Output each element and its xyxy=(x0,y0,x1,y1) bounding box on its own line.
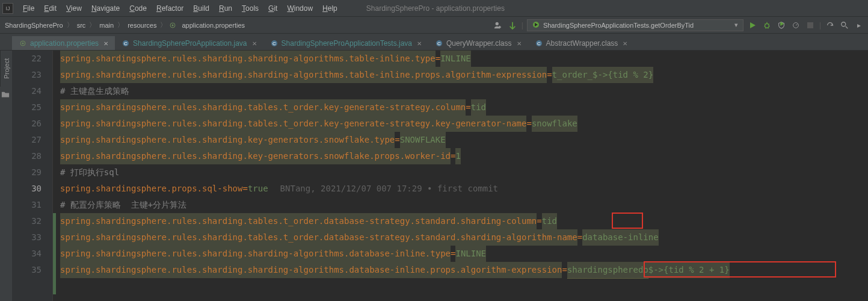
comment: # 打印执行sql xyxy=(60,164,119,181)
tab-3[interactable]: CQueryWrapper.class✕ xyxy=(428,36,528,50)
equals: = xyxy=(562,262,567,278)
menu-run[interactable]: Run xyxy=(214,4,237,13)
more-icon[interactable]: ▸ xyxy=(854,20,864,31)
line-number: 31 xyxy=(12,197,42,213)
git-pull-icon[interactable] xyxy=(507,20,518,31)
menu-git[interactable]: Git xyxy=(263,4,282,13)
window-title: ShardingSpherePro - application.properti… xyxy=(342,4,866,13)
close-icon[interactable]: ✕ xyxy=(252,40,257,47)
svg-point-1 xyxy=(172,24,174,26)
code-line-34[interactable]: spring.shardingsphere.rules.sharding.sha… xyxy=(60,246,868,262)
code-line-28[interactable]: spring.shardingsphere.rules.sharding.key… xyxy=(60,148,868,164)
code-line-27[interactable]: spring.shardingsphere.rules.sharding.key… xyxy=(60,132,868,148)
menu-build[interactable]: Build xyxy=(188,4,214,13)
code-line-35[interactable]: spring.shardingsphere.rules.sharding.sha… xyxy=(60,262,868,278)
menu-refactor[interactable]: Refactor xyxy=(152,4,188,13)
menu-bar: IJ FileEditViewNavigateCodeRefactorBuild… xyxy=(0,0,868,17)
code-line-26[interactable]: spring.shardingsphere.rules.sharding.tab… xyxy=(60,116,868,132)
line-number: 35 xyxy=(12,262,42,278)
vcs-change-marker[interactable] xyxy=(53,213,56,294)
prop-key: spring.shardingsphere.rules.sharding.tab… xyxy=(60,229,577,246)
prop-key: spring.shardingsphere.rules.sharding.sha… xyxy=(60,51,436,67)
crumb-2[interactable]: main xyxy=(98,22,115,29)
svg-text:C: C xyxy=(537,41,541,46)
search-icon[interactable] xyxy=(839,20,850,31)
code-line-29[interactable]: # 打印执行sql xyxy=(60,164,868,181)
menu-navigate[interactable]: Navigate xyxy=(87,4,125,13)
coverage-button[interactable] xyxy=(776,20,787,31)
menu-tools[interactable]: Tools xyxy=(237,4,263,13)
svg-text:C: C xyxy=(272,41,276,46)
crumb-4[interactable]: application.properties xyxy=(180,22,246,29)
prop-value: INLINE xyxy=(440,51,471,67)
tab-2[interactable]: CShardingSphereProApplicationTests.java✕ xyxy=(263,36,428,50)
tab-0[interactable]: application.properties✕ xyxy=(12,36,115,50)
equals: = xyxy=(577,229,582,246)
line-number: 32 xyxy=(12,213,42,229)
run-button[interactable] xyxy=(747,20,758,31)
code-line-23[interactable]: spring.shardingsphere.rules.sharding.sha… xyxy=(60,67,868,83)
crumb-0[interactable]: ShardingSpherePro xyxy=(4,22,64,29)
line-number: 22 xyxy=(12,51,42,67)
prop-value: INLINE xyxy=(455,246,486,262)
tab-1[interactable]: CShardingSphereProApplication.java✕ xyxy=(115,36,263,50)
crumb-3[interactable]: resources xyxy=(126,22,158,29)
prop-value: SNOWFLAKE xyxy=(400,132,446,148)
test-icon xyxy=(532,21,540,29)
svg-rect-4 xyxy=(498,26,500,28)
equals: = xyxy=(466,99,470,116)
comment: # 主键盘生成策略 xyxy=(60,83,129,99)
prop-key: spring.shardingsphere.rules.sharding.tab… xyxy=(60,116,526,132)
svg-point-9 xyxy=(842,22,846,26)
close-icon[interactable]: ✕ xyxy=(517,40,522,47)
user-icon[interactable] xyxy=(493,20,503,31)
code-line-31[interactable]: # 配置分库策略 主键+分片算法 xyxy=(60,197,868,213)
side-tab-project[interactable]: Project xyxy=(0,51,12,87)
line-number: 26 xyxy=(12,116,42,132)
profile-button[interactable] xyxy=(790,20,801,31)
code-line-33[interactable]: spring.shardingsphere.rules.sharding.tab… xyxy=(60,229,868,246)
breadcrumb[interactable]: ShardingSpherePro〉src〉main〉resources〉app… xyxy=(4,20,246,29)
code-line-24[interactable]: # 主键盘生成策略 xyxy=(60,83,868,99)
menu-help[interactable]: Help xyxy=(318,4,342,13)
code-line-32[interactable]: spring.shardingsphere.rules.sharding.tab… xyxy=(60,213,868,229)
vcs-annotation: BNTang, 2021/12/07 007 17:29 • first com… xyxy=(268,181,498,197)
chevron-icon: 〉 xyxy=(117,20,124,29)
code-line-30[interactable]: spring.shardingsphere.props.sql-show=tru… xyxy=(60,181,868,197)
run-config-select[interactable]: ShardingSphereProApplicationTests.getOrd… xyxy=(527,19,743,31)
toolbar: ShardingSpherePro〉src〉main〉resources〉app… xyxy=(0,17,868,34)
close-icon[interactable]: ✕ xyxy=(623,40,627,47)
comment: # 配置分库策略 主键+分片算法 xyxy=(60,197,186,213)
line-number: 29 xyxy=(12,164,42,181)
equals: = xyxy=(436,51,440,67)
gutter: 2223242526272829303132333435 xyxy=(12,51,53,301)
line-number: 30 xyxy=(12,181,42,197)
editor-tabs: application.properties✕CShardingSpherePr… xyxy=(0,34,868,51)
line-number: 28 xyxy=(12,148,42,164)
code-line-22[interactable]: spring.shardingsphere.rules.sharding.sha… xyxy=(60,51,868,67)
git-update-icon[interactable] xyxy=(825,20,836,31)
code-area[interactable]: spring.shardingsphere.rules.sharding.sha… xyxy=(53,51,868,301)
tab-4[interactable]: CAbstractWrapper.class✕ xyxy=(528,36,635,50)
prop-key: spring.shardingsphere.rules.sharding.sha… xyxy=(60,67,547,83)
menu-code[interactable]: Code xyxy=(125,4,152,13)
prop-key: spring.shardingsphere.rules.sharding.tab… xyxy=(60,99,466,116)
menu-view[interactable]: View xyxy=(61,4,87,13)
code-line-25[interactable]: spring.shardingsphere.rules.sharding.tab… xyxy=(60,99,868,116)
debug-button[interactable] xyxy=(762,20,772,31)
menu-window[interactable]: Window xyxy=(282,4,318,13)
editor[interactable]: 2223242526272829303132333435 spring.shar… xyxy=(12,51,868,301)
equals: = xyxy=(537,213,541,229)
tab-label: ShardingSphereProApplicationTests.java xyxy=(282,39,412,48)
java-class-icon: C xyxy=(122,39,130,48)
line-number: 27 xyxy=(12,132,42,148)
prop-key: spring.shardingsphere.rules.sharding.tab… xyxy=(60,213,537,229)
prop-value-post: $->{tid % 2 + 1} xyxy=(648,262,730,278)
close-icon[interactable]: ✕ xyxy=(417,40,422,47)
crumb-1[interactable]: src xyxy=(76,22,87,29)
menu-file[interactable]: File xyxy=(18,4,39,13)
stop-button[interactable] xyxy=(805,20,816,31)
scroll-stripe[interactable] xyxy=(862,51,868,301)
menu-edit[interactable]: Edit xyxy=(39,4,61,13)
close-icon[interactable]: ✕ xyxy=(103,40,108,47)
